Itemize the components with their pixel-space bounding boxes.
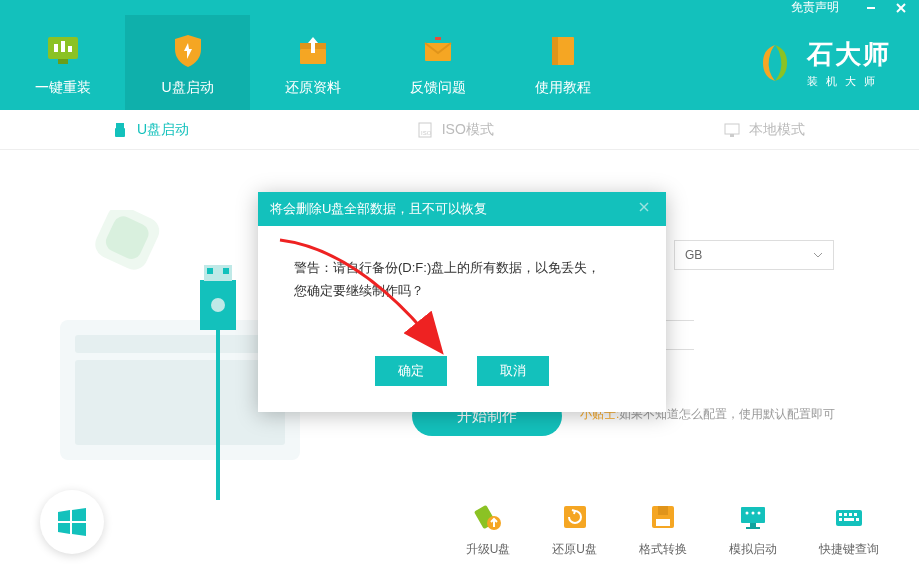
nav-label: 使用教程 [535,79,591,97]
svg-rect-6 [68,46,72,52]
close-button[interactable] [895,2,907,14]
tool-label: 模拟启动 [729,541,777,558]
svg-rect-16 [115,128,125,137]
svg-rect-10 [311,43,315,53]
envelope-icon [417,29,459,71]
confirm-modal: 将会删除U盘全部数据，且不可以恢复 警告：请自行备份(D:F:)盘上的所有数据，… [258,192,666,412]
modal-warning-line2: 您确定要继续制作吗？ [294,279,630,302]
iso-icon: ISO [416,121,434,139]
nav-feedback[interactable]: 反馈问题 [375,15,500,110]
disk-icon [647,501,679,533]
disclaimer-link[interactable]: 免责声明 [791,0,839,16]
svg-rect-20 [730,134,734,137]
nav-one-click-reinstall[interactable]: 一键重装 [0,15,125,110]
svg-rect-4 [54,44,58,52]
tab-label: 本地模式 [749,121,805,139]
svg-rect-49 [839,518,842,521]
svg-point-40 [752,512,755,515]
svg-point-39 [746,512,749,515]
nav-label: 一键重装 [35,79,91,97]
monitor-icon [42,29,84,71]
mode-tabbar: U盘启动 ISO ISO模式 本地模式 [0,110,919,150]
tool-restore-usb[interactable]: 还原U盘 [552,501,597,558]
tab-label: ISO模式 [442,121,494,139]
chevron-down-icon [813,252,823,258]
svg-text:ISO: ISO [421,130,432,136]
tab-local-mode[interactable]: 本地模式 [610,110,920,149]
usb-icon [111,121,129,139]
keyboard-icon [833,501,865,533]
shield-icon [167,29,209,71]
svg-rect-12 [435,37,441,40]
svg-rect-19 [725,124,739,134]
svg-rect-25 [75,360,285,445]
modal-title: 将会删除U盘全部数据，且不可以恢复 [270,200,487,218]
partial-field [664,320,694,350]
tab-usb-boot[interactable]: U盘启动 [0,110,300,149]
svg-rect-36 [658,506,668,515]
brand-logo-icon [753,41,797,85]
svg-rect-47 [849,513,852,516]
svg-rect-24 [75,335,285,353]
nav-label: U盘启动 [161,79,213,97]
desktop-icon [723,121,741,139]
svg-rect-48 [854,513,857,516]
svg-rect-42 [750,523,756,527]
tab-label: U盘启动 [137,121,189,139]
svg-rect-28 [207,268,213,274]
tool-hotkey-query[interactable]: 快捷键查询 [819,501,879,558]
content-area: GB 开始制作 小贴士:如果不知道怎么配置，使用默认配置即可 升级U盘 还原U盘… [0,150,919,576]
monitor-small-icon [737,501,769,533]
svg-point-41 [758,512,761,515]
svg-rect-50 [844,518,854,521]
brand-area: 石大师 装机大师 [753,15,919,110]
svg-rect-46 [844,513,847,516]
svg-rect-45 [839,513,842,516]
nav-label: 反馈问题 [410,79,466,97]
svg-point-30 [211,298,225,312]
dropdown-value-suffix: GB [685,248,702,262]
modal-header: 将会删除U盘全部数据，且不可以恢复 [258,192,666,226]
main-navbar: 一键重装 U盘启动 还原资料 反馈问题 使用教程 石大师 装机大师 [0,15,919,110]
svg-rect-15 [116,123,124,128]
restore-icon [559,501,591,533]
tool-label: 还原U盘 [552,541,597,558]
nav-restore-data[interactable]: 还原资料 [250,15,375,110]
tool-label: 格式转换 [639,541,687,558]
svg-rect-43 [746,527,760,529]
nav-tutorial[interactable]: 使用教程 [500,15,625,110]
modal-cancel-button[interactable]: 取消 [477,356,549,386]
nav-label: 还原资料 [285,79,341,97]
svg-rect-37 [656,519,670,526]
svg-rect-51 [856,518,859,521]
svg-rect-5 [61,41,65,52]
minimize-button[interactable] [865,2,877,14]
window-titlebar: 免责声明 [0,0,919,15]
tool-format-convert[interactable]: 格式转换 [639,501,687,558]
usb-up-icon [472,501,504,533]
svg-rect-34 [564,506,586,528]
modal-footer: 确定 取消 [258,346,666,412]
brand-subtitle: 装机大师 [807,74,891,89]
footer-tools: 升级U盘 还原U盘 格式转换 模拟启动 快捷键查询 [0,501,919,558]
brand-title: 石大师 [807,37,891,72]
modal-confirm-button[interactable]: 确定 [375,356,447,386]
tool-label: 升级U盘 [466,541,511,558]
tab-iso-mode[interactable]: ISO ISO模式 [300,110,610,149]
modal-body: 警告：请自行备份(D:F:)盘上的所有数据，以免丢失， 您确定要继续制作吗？ [258,226,666,346]
svg-rect-38 [741,507,765,523]
svg-rect-29 [223,268,229,274]
book-icon [542,29,584,71]
nav-usb-boot[interactable]: U盘启动 [125,15,250,110]
modal-warning-line1: 警告：请自行备份(D:F:)盘上的所有数据，以免丢失， [294,256,630,279]
tool-upgrade-usb[interactable]: 升级U盘 [466,501,511,558]
svg-rect-7 [58,59,68,64]
tool-simulate-boot[interactable]: 模拟启动 [729,501,777,558]
capacity-dropdown[interactable]: GB [674,240,834,270]
svg-rect-14 [552,37,558,65]
box-up-icon [292,29,334,71]
modal-close-button[interactable] [638,201,654,217]
tool-label: 快捷键查询 [819,541,879,558]
